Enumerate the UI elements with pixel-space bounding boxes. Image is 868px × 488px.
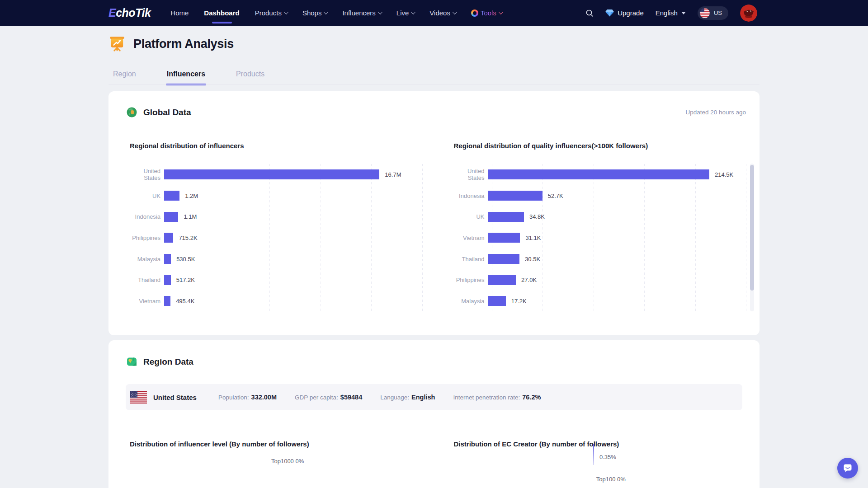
bar[interactable] xyxy=(488,254,520,264)
nav-item-videos[interactable]: Videos xyxy=(429,0,456,26)
nav-item-shops[interactable]: Shops xyxy=(302,0,327,26)
chart-row-indonesia: Indonesia52.7K xyxy=(454,185,746,206)
quality-influencers-distribution-chart: Regional distribution of quality influen… xyxy=(454,142,746,312)
chart-row-united-states: United States16.7M xyxy=(130,164,422,185)
platform-analysis-icon xyxy=(108,35,126,52)
language-selector[interactable]: English xyxy=(656,9,686,17)
country-stat: Language:English xyxy=(380,394,435,401)
bar[interactable] xyxy=(488,233,520,243)
bar[interactable] xyxy=(164,169,379,179)
chart-plot: 530.5K xyxy=(164,254,422,264)
tab-influencers[interactable]: Influencers xyxy=(166,67,206,85)
bar[interactable] xyxy=(164,275,171,285)
bar[interactable] xyxy=(164,191,179,201)
nav-item-tools[interactable]: Tools xyxy=(471,0,502,26)
chevron-down-icon xyxy=(453,10,457,14)
nav-item-label: Shops xyxy=(302,9,322,17)
chart-plot: 17.2K xyxy=(488,296,746,306)
bar[interactable] xyxy=(164,296,170,306)
upgrade-button[interactable]: Upgrade xyxy=(605,9,644,17)
avatar-image xyxy=(740,5,757,22)
chart-plot: 214.5K xyxy=(488,169,746,179)
global-data-card: Global Data Updated 20 hours ago Regiona… xyxy=(108,91,760,335)
bar-value-label: 495.4K xyxy=(176,298,194,305)
stat-label: Population: xyxy=(218,394,249,401)
bar-value-label: 52.7K xyxy=(548,192,563,199)
user-avatar[interactable] xyxy=(740,5,757,22)
axis-label: Thailand xyxy=(130,277,164,283)
main-nav: HomeDashboardProductsShopsInfluencersLiv… xyxy=(170,0,502,26)
chat-launcher-button[interactable] xyxy=(837,458,858,479)
stat-label: GDP per capita: xyxy=(295,394,338,401)
bar-value-label: 27.0K xyxy=(521,277,537,283)
country-row-united-states[interactable]: United States Population:332.00MGDP per … xyxy=(126,384,742,410)
chart-plot: 16.7M xyxy=(164,169,422,179)
chart-row-uk: UK34.8K xyxy=(454,206,746,227)
updated-timestamp: Updated 20 hours ago xyxy=(685,109,746,116)
chart-plot: 27.0K xyxy=(488,275,746,285)
nav-item-label: Influencers xyxy=(342,9,375,17)
nav-item-products[interactable]: Products xyxy=(255,0,287,26)
chart-row-thailand: Thailand30.5K xyxy=(454,249,746,270)
scrollbar-thumb[interactable] xyxy=(750,165,754,291)
tab-products[interactable]: Products xyxy=(235,67,265,85)
chart-row-philippines: Philippines715.2K xyxy=(130,227,422,249)
chart-plot: 715.2K xyxy=(164,233,422,243)
chevron-down-icon xyxy=(284,10,288,14)
chart-title: Regional distribution of influencers xyxy=(130,142,422,150)
stat-label: Internet penetration rate: xyxy=(453,394,520,401)
bar-value-label: 214.5K xyxy=(715,171,733,178)
bar[interactable] xyxy=(164,212,178,222)
nav-item-dashboard[interactable]: Dashboard xyxy=(204,0,239,26)
nav-item-influencers[interactable]: Influencers xyxy=(342,0,381,26)
bar[interactable] xyxy=(488,169,709,179)
search-button[interactable] xyxy=(585,9,594,17)
chart-row-vietnam: Vietnam495.4K xyxy=(130,291,422,312)
funnel-label: Top100 0% xyxy=(596,476,626,483)
chevron-down-icon xyxy=(411,10,415,14)
bar-value-label: 715.2K xyxy=(179,235,197,241)
chat-bubble-icon xyxy=(842,463,853,474)
country-stats: Population:332.00MGDP per capita:$59484L… xyxy=(218,394,541,401)
chart-row-united-states: United States214.5K xyxy=(454,164,746,185)
chart-plot: 517.2K xyxy=(164,275,422,285)
bar[interactable] xyxy=(164,233,173,243)
bar-value-label: 30.5K xyxy=(525,256,540,263)
chart-plot: 495.4K xyxy=(164,296,422,306)
region-data-card: Region Data United States Population:332… xyxy=(108,340,760,488)
region-selector[interactable]: US xyxy=(698,6,728,20)
axis-label: Thailand xyxy=(454,256,488,263)
bar[interactable] xyxy=(164,254,171,264)
tabs-divider xyxy=(108,84,760,85)
axis-label: United States xyxy=(454,168,488,181)
nav-item-label: Dashboard xyxy=(204,9,239,17)
stat-value: English xyxy=(411,394,435,401)
caret-down-icon xyxy=(681,12,686,14)
globe-icon xyxy=(127,107,137,117)
axis-label: Malaysia xyxy=(130,256,164,263)
axis-label: Vietnam xyxy=(454,235,488,241)
echotik-logo[interactable]: EchoTik xyxy=(108,6,151,19)
country-stat: Internet penetration rate:76.2% xyxy=(453,394,541,401)
bar[interactable] xyxy=(488,191,542,201)
chart-plot: 52.7K xyxy=(488,191,746,201)
tab-region[interactable]: Region xyxy=(112,67,137,85)
bar[interactable] xyxy=(488,296,506,306)
chart-row-vietnam: Vietnam31.1K xyxy=(454,227,746,249)
chart-title: Distribution of influencer level (By num… xyxy=(130,440,422,448)
chart-scrollbar[interactable] xyxy=(750,164,754,311)
chart-title: Distribution of EC Creator (By number of… xyxy=(454,440,746,448)
ec-creator-funnel-chart: Distribution of EC Creator (By number of… xyxy=(454,440,746,488)
upgrade-label: Upgrade xyxy=(618,9,644,17)
funnel-leader-line xyxy=(593,444,594,465)
nav-item-live[interactable]: Live xyxy=(396,0,415,26)
axis-label: Vietnam xyxy=(130,298,164,305)
nav-item-home[interactable]: Home xyxy=(170,0,189,26)
bar-value-label: 34.8K xyxy=(529,213,545,220)
bar-value-label: 530.5K xyxy=(176,256,195,263)
bar[interactable] xyxy=(488,212,524,222)
influencers-distribution-chart: Regional distribution of influencers Uni… xyxy=(130,142,422,312)
gridline xyxy=(422,164,423,312)
country-stat: Population:332.00M xyxy=(218,394,277,401)
bar[interactable] xyxy=(488,275,516,285)
